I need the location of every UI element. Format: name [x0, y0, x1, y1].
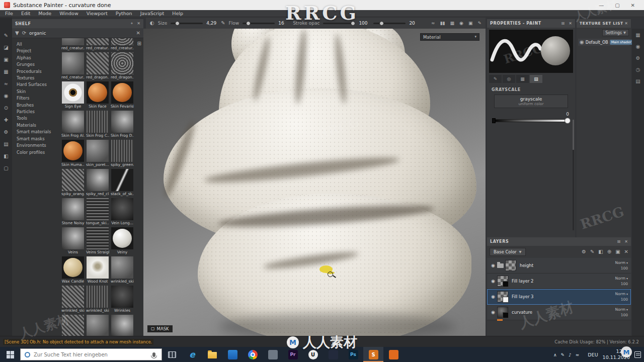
layer-action-icon[interactable]: ◧ — [598, 249, 603, 254]
shelf-asset[interactable]: Skin Frog D... — [111, 111, 134, 138]
grayscale-channel-button[interactable]: grayscale uniform color — [494, 95, 568, 108]
visibility-eye-icon[interactable]: ◉ — [489, 310, 497, 315]
grid-view-icon[interactable]: ⊞ — [137, 41, 141, 46]
tray-icon[interactable]: ♪ — [569, 353, 572, 357]
tool-button[interactable]: ◧ — [2, 151, 11, 160]
layer-blend-mode[interactable]: Norm — [615, 276, 628, 281]
taskbar-app[interactable] — [202, 347, 222, 362]
shelf-asset[interactable]: wrinkled_ski... — [111, 256, 134, 284]
taskbar-app[interactable]: U — [303, 347, 323, 362]
layer-blend-mode[interactable]: Norm — [615, 292, 628, 296]
blend-mode-dropdown[interactable]: Base Color ▾ — [490, 248, 526, 256]
size-slider[interactable] — [171, 23, 203, 24]
layer-row[interactable]: ◉ height Norm 100 — [487, 258, 631, 274]
layer-action-icon[interactable]: ⚙ — [582, 249, 586, 254]
clear-search-icon[interactable]: ✕ — [136, 31, 140, 36]
dock-icon[interactable]: ◉ — [636, 44, 640, 49]
shelf-asset[interactable]: stack_of_sk... — [111, 169, 134, 196]
shelf-asset[interactable]: spiky_orang... — [61, 169, 85, 196]
shelf-asset[interactable]: tongue_ski... — [86, 198, 109, 225]
float-panel-icon[interactable]: ⊞ — [561, 22, 565, 26]
shelf-category[interactable]: Particles — [12, 109, 60, 115]
shelf-asset[interactable]: Skin Frog Al... — [61, 111, 85, 138]
slider-handle[interactable] — [565, 118, 571, 124]
shelf-category[interactable]: Alphas — [12, 55, 60, 61]
menu-item[interactable]: Python — [112, 11, 136, 16]
texture-set-item[interactable]: ◉ Default_OB Main shader — [578, 39, 629, 46]
layer-opacity[interactable]: 100 — [621, 297, 628, 302]
stroke-opacity-slider[interactable] — [323, 23, 355, 24]
toolbar-icon[interactable]: ≈ — [431, 21, 435, 26]
viewport-3d[interactable]: Material ▾ ▢ MASK — [143, 29, 486, 336]
shelf-category[interactable]: Smart masks — [12, 136, 60, 142]
layer-row[interactable]: ◉ curvature Norm 100 — [487, 305, 631, 320]
shelf-asset[interactable]: Skin Frog C... — [86, 111, 109, 138]
shelf-asset[interactable]: red_creatur... — [61, 52, 85, 79]
dock-icon[interactable]: ◷ — [636, 67, 640, 72]
grayscale-value[interactable]: 0 — [493, 112, 569, 117]
shelf-category[interactable]: Skin — [12, 88, 60, 95]
menu-item[interactable]: Window — [55, 11, 82, 16]
taskbar-app[interactable]: Ps — [343, 347, 363, 362]
toolbar-icon[interactable]: ✎ — [477, 21, 481, 26]
grayscale-slider[interactable] — [493, 118, 569, 124]
maximize-button[interactable]: ▢ — [615, 3, 619, 8]
tool-button[interactable]: ▦ — [2, 67, 11, 76]
tool-button[interactable]: ▢ — [2, 163, 11, 172]
stroke-opacity-value[interactable]: 100 — [359, 21, 370, 26]
shelf-asset[interactable]: spiky_green... — [111, 140, 134, 167]
taskbar-search[interactable] — [20, 348, 162, 360]
spacing-slider[interactable] — [373, 23, 406, 24]
taskbar-app[interactable]: e — [182, 347, 202, 362]
shelf-asset[interactable]: Skin Huma... — [61, 140, 85, 167]
minimize-button[interactable]: — — [599, 3, 604, 8]
shelf-asset[interactable]: Veins — [61, 227, 85, 254]
shelf-asset[interactable]: skin_poret... — [86, 140, 109, 167]
menu-item[interactable]: File — [1, 11, 17, 16]
layer-opacity[interactable]: 100 — [621, 266, 628, 270]
dock-icon[interactable]: ▦ — [635, 33, 640, 38]
layer-row[interactable]: ◉ Fill layer 2 Norm 100 — [487, 274, 631, 289]
action-center-icon[interactable] — [634, 351, 641, 358]
close-icon[interactable]: ✕ — [624, 22, 628, 26]
shelf-asset[interactable]: Veiny — [111, 227, 134, 254]
menu-item[interactable]: Edit — [17, 11, 34, 16]
tool-button[interactable]: ⊙ — [2, 103, 11, 112]
shelf-asset[interactable]: yellow_drag... — [86, 315, 109, 336]
layer-opacity[interactable]: 100 — [621, 282, 628, 286]
shelf-asset[interactable]: Wrinkles — [111, 286, 134, 313]
shelf-asset[interactable]: Skin Fevarish — [111, 81, 134, 109]
shelf-asset[interactable]: Veins Straight — [86, 227, 109, 254]
clock[interactable]: 12:17 10.11.2020 — [603, 348, 630, 360]
shelf-asset[interactable]: red_dragon... — [111, 52, 134, 79]
grayscale-slider-track[interactable] — [493, 119, 569, 122]
layer-action-icon[interactable]: ▣ — [615, 249, 620, 254]
layer-action-icon[interactable]: ✕ — [624, 249, 628, 254]
visibility-eye-icon[interactable]: ◉ — [489, 294, 497, 299]
close-button[interactable]: ✕ — [631, 3, 635, 8]
layer-action-icon[interactable]: ⊕ — [607, 249, 611, 254]
pin-icon[interactable]: ⌖ — [131, 22, 133, 26]
flow-value[interactable]: 16 — [278, 21, 289, 26]
tray-icon[interactable]: ≈ — [576, 353, 580, 357]
taskbar-app[interactable] — [222, 347, 243, 362]
shelf-asset[interactable]: red_dragon... — [86, 52, 109, 79]
shelf-category[interactable]: Environments — [12, 142, 60, 149]
float-panel-icon[interactable]: ⊞ — [617, 240, 621, 244]
shelf-asset[interactable]: spiky_red_cl... — [86, 169, 109, 196]
toolbar-icon[interactable]: ▣ — [468, 21, 473, 26]
shelf-category[interactable]: Color profiles — [12, 149, 60, 156]
tray-icon[interactable]: ∧ — [553, 353, 557, 357]
shelf-category[interactable]: Brushes — [12, 102, 60, 109]
close-icon[interactable]: ✕ — [624, 240, 628, 244]
toolbar-icon[interactable]: ▦ — [450, 21, 455, 26]
properties-tab[interactable]: ✎ — [489, 75, 502, 83]
flow-slider[interactable] — [243, 23, 275, 24]
shelf-category[interactable]: All — [12, 41, 60, 48]
shelf-asset[interactable]: Vein Long... — [111, 198, 134, 225]
visibility-eye-icon[interactable]: ◉ — [580, 40, 584, 45]
menu-item[interactable]: Help — [168, 11, 187, 16]
close-icon[interactable]: ✕ — [569, 22, 572, 26]
tool-button[interactable]: ◪ — [2, 43, 11, 52]
properties-tab[interactable]: ▤ — [530, 75, 542, 83]
